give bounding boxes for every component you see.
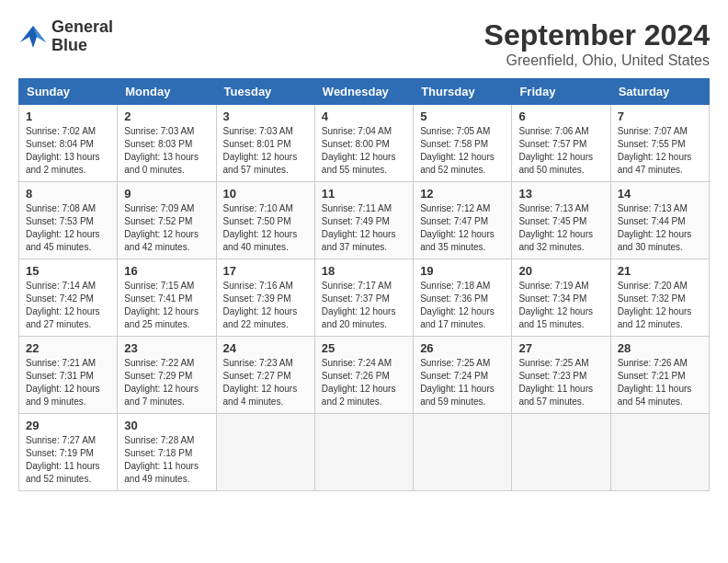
calendar-day-25: 25 Sunrise: 7:24 AM Sunset: 7:26 PM Dayl… — [314, 337, 413, 414]
sunrise-label: Sunrise: 7:21 AM — [26, 358, 96, 368]
calendar-day-17: 17 Sunrise: 7:16 AM Sunset: 7:39 PM Dayl… — [216, 259, 314, 337]
calendar-day-4: 4 Sunrise: 7:04 AM Sunset: 8:00 PM Dayli… — [314, 105, 413, 182]
sunrise-label: Sunrise: 7:11 AM — [322, 203, 392, 213]
sunset-label: Sunset: 7:29 PM — [124, 371, 192, 381]
daylight-label: Daylight: 13 hours and 2 minutes. — [26, 152, 100, 175]
sunrise-label: Sunrise: 7:12 AM — [420, 203, 490, 213]
day-number: 10 — [223, 187, 308, 201]
sunrise-label: Sunrise: 7:10 AM — [223, 203, 293, 213]
logo-icon — [18, 24, 48, 50]
calendar-day-3: 3 Sunrise: 7:03 AM Sunset: 8:01 PM Dayli… — [216, 105, 314, 182]
day-info: Sunrise: 7:14 AM Sunset: 7:42 PM Dayligh… — [26, 280, 110, 331]
sunset-label: Sunset: 7:39 PM — [223, 293, 291, 304]
sunset-label: Sunset: 7:58 PM — [420, 139, 488, 149]
daylight-label: Daylight: 12 hours and 40 minutes. — [223, 229, 298, 252]
daylight-label: Daylight: 11 hours and 52 minutes. — [26, 461, 100, 484]
day-number: 24 — [223, 341, 308, 355]
day-info: Sunrise: 7:15 AM Sunset: 7:41 PM Dayligh… — [124, 280, 209, 331]
day-number: 15 — [26, 264, 110, 278]
calendar-day-7: 7 Sunrise: 7:07 AM Sunset: 7:55 PM Dayli… — [610, 105, 709, 182]
sunset-label: Sunset: 8:00 PM — [322, 139, 390, 149]
day-number: 14 — [618, 187, 702, 201]
day-number: 9 — [124, 187, 209, 201]
sunset-label: Sunset: 7:53 PM — [26, 216, 94, 226]
calendar-day-24: 24 Sunrise: 7:23 AM Sunset: 7:27 PM Dayl… — [216, 337, 314, 414]
daylight-label: Daylight: 12 hours and 52 minutes. — [420, 152, 495, 175]
sunrise-label: Sunrise: 7:13 AM — [518, 203, 588, 213]
daylight-label: Daylight: 12 hours and 50 minutes. — [518, 152, 593, 175]
page-title: September 2024 — [484, 18, 710, 52]
weekday-header-saturday: Saturday — [610, 79, 709, 105]
day-number: 23 — [124, 341, 209, 355]
calendar-day-16: 16 Sunrise: 7:15 AM Sunset: 7:41 PM Dayl… — [118, 259, 216, 337]
daylight-label: Daylight: 12 hours and 47 minutes. — [618, 152, 692, 175]
sunrise-label: Sunrise: 7:23 AM — [223, 358, 293, 368]
sunset-label: Sunset: 7:41 PM — [124, 293, 192, 304]
daylight-label: Daylight: 12 hours and 42 minutes. — [124, 229, 199, 252]
day-info: Sunrise: 7:10 AM Sunset: 7:50 PM Dayligh… — [223, 202, 308, 254]
svg-marker-0 — [20, 26, 46, 48]
calendar-week-2: 8 Sunrise: 7:08 AM Sunset: 7:53 PM Dayli… — [19, 182, 710, 259]
day-number: 25 — [322, 341, 406, 355]
page-subtitle: Greenfield, Ohio, United States — [484, 52, 710, 69]
sunrise-label: Sunrise: 7:08 AM — [26, 203, 96, 213]
sunrise-label: Sunrise: 7:02 AM — [26, 126, 96, 136]
sunset-label: Sunset: 7:45 PM — [518, 216, 586, 226]
day-number: 3 — [223, 109, 308, 123]
sunset-label: Sunset: 7:23 PM — [518, 371, 586, 381]
day-info: Sunrise: 7:08 AM Sunset: 7:53 PM Dayligh… — [26, 202, 110, 254]
day-number: 17 — [223, 264, 308, 278]
daylight-label: Daylight: 11 hours and 49 minutes. — [124, 461, 199, 484]
day-number: 27 — [518, 341, 603, 355]
daylight-label: Daylight: 12 hours and 35 minutes. — [420, 229, 495, 252]
day-info: Sunrise: 7:23 AM Sunset: 7:27 PM Dayligh… — [223, 357, 308, 408]
calendar-day-29: 29 Sunrise: 7:27 AM Sunset: 7:19 PM Dayl… — [19, 414, 118, 491]
day-number: 22 — [26, 341, 110, 355]
sunset-label: Sunset: 7:21 PM — [618, 371, 686, 381]
daylight-label: Daylight: 11 hours and 57 minutes. — [518, 384, 593, 407]
day-number: 28 — [618, 341, 702, 355]
sunset-label: Sunset: 7:44 PM — [618, 216, 686, 226]
day-info: Sunrise: 7:20 AM Sunset: 7:32 PM Dayligh… — [618, 280, 702, 331]
sunset-label: Sunset: 7:18 PM — [124, 448, 192, 458]
day-info: Sunrise: 7:03 AM Sunset: 8:03 PM Dayligh… — [124, 125, 209, 177]
sunrise-label: Sunrise: 7:06 AM — [518, 126, 588, 136]
sunrise-label: Sunrise: 7:27 AM — [26, 435, 96, 445]
daylight-label: Daylight: 12 hours and 12 minutes. — [618, 306, 692, 329]
empty-cell — [610, 414, 709, 491]
calendar-day-13: 13 Sunrise: 7:13 AM Sunset: 7:45 PM Dayl… — [512, 182, 610, 259]
weekday-header-row: SundayMondayTuesdayWednesdayThursdayFrid… — [19, 79, 710, 105]
calendar-day-14: 14 Sunrise: 7:13 AM Sunset: 7:44 PM Dayl… — [610, 182, 709, 259]
day-number: 30 — [124, 419, 209, 432]
day-info: Sunrise: 7:26 AM Sunset: 7:21 PM Dayligh… — [618, 357, 702, 408]
day-info: Sunrise: 7:17 AM Sunset: 7:37 PM Dayligh… — [322, 280, 406, 331]
calendar-day-11: 11 Sunrise: 7:11 AM Sunset: 7:49 PM Dayl… — [314, 182, 413, 259]
day-number: 11 — [322, 187, 406, 201]
sunrise-label: Sunrise: 7:09 AM — [124, 203, 194, 213]
sunrise-label: Sunrise: 7:03 AM — [223, 126, 293, 136]
daylight-label: Daylight: 12 hours and 45 minutes. — [26, 229, 100, 252]
sunrise-label: Sunrise: 7:13 AM — [618, 203, 688, 213]
daylight-label: Daylight: 12 hours and 32 minutes. — [518, 229, 593, 252]
logo: General Blue — [18, 18, 113, 55]
daylight-label: Daylight: 12 hours and 30 minutes. — [618, 229, 692, 252]
day-number: 8 — [26, 187, 110, 201]
day-info: Sunrise: 7:13 AM Sunset: 7:45 PM Dayligh… — [518, 202, 603, 254]
calendar-day-10: 10 Sunrise: 7:10 AM Sunset: 7:50 PM Dayl… — [216, 182, 314, 259]
daylight-label: Daylight: 12 hours and 22 minutes. — [223, 306, 298, 329]
day-info: Sunrise: 7:21 AM Sunset: 7:31 PM Dayligh… — [26, 357, 110, 408]
day-info: Sunrise: 7:12 AM Sunset: 7:47 PM Dayligh… — [420, 202, 505, 254]
daylight-label: Daylight: 12 hours and 9 minutes. — [26, 384, 100, 407]
sunrise-label: Sunrise: 7:15 AM — [124, 281, 194, 291]
daylight-label: Daylight: 12 hours and 2 minutes. — [322, 384, 396, 407]
weekday-header-thursday: Thursday — [414, 79, 512, 105]
sunrise-label: Sunrise: 7:14 AM — [26, 281, 96, 291]
day-info: Sunrise: 7:25 AM Sunset: 7:24 PM Dayligh… — [420, 357, 505, 408]
day-number: 26 — [420, 341, 505, 355]
calendar-day-5: 5 Sunrise: 7:05 AM Sunset: 7:58 PM Dayli… — [414, 105, 512, 182]
sunset-label: Sunset: 7:49 PM — [322, 216, 390, 226]
day-info: Sunrise: 7:27 AM Sunset: 7:19 PM Dayligh… — [26, 434, 110, 486]
daylight-label: Daylight: 12 hours and 17 minutes. — [420, 306, 495, 329]
day-number: 12 — [420, 187, 505, 201]
day-info: Sunrise: 7:28 AM Sunset: 7:18 PM Dayligh… — [124, 434, 209, 486]
